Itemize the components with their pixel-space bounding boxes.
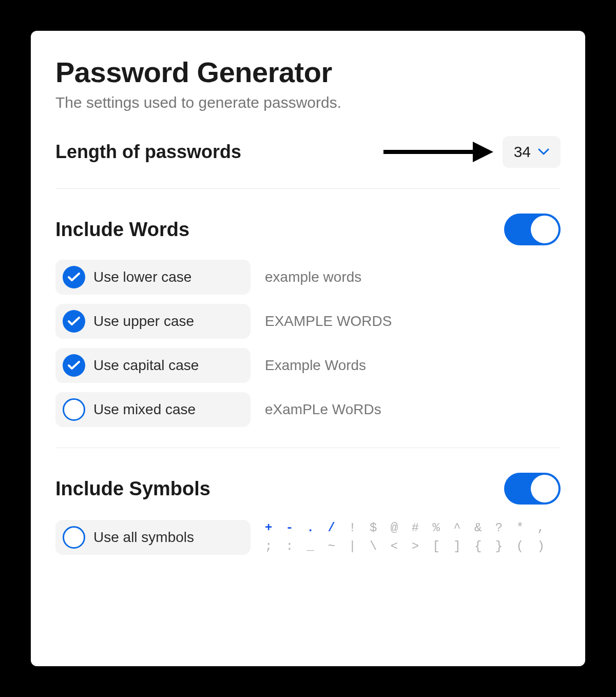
example-mixed: eXamPLe WoRDs <box>265 401 381 418</box>
option-label-upper: Use upper case <box>93 313 194 330</box>
check-icon <box>68 317 80 326</box>
option-lower-case: Use lower case example words <box>55 260 561 295</box>
svg-marker-1 <box>473 142 493 162</box>
check-icon <box>68 361 80 370</box>
option-pill-upper[interactable]: Use upper case <box>55 304 251 339</box>
symbols-preview: + - . / ! $ @ # % ^ & ? * , ; : _ ~ | \ … <box>265 519 548 556</box>
symbols-rest1: ! $ @ # % ^ & ? * , <box>338 521 548 535</box>
option-pill-symbols[interactable]: Use all symbols <box>55 520 251 555</box>
example-upper: EXAMPLE WORDS <box>265 313 392 330</box>
chevron-down-icon <box>538 148 549 156</box>
checkbox-upper[interactable] <box>63 310 85 333</box>
words-header: Include Words <box>55 214 561 245</box>
option-label-mixed: Use mixed case <box>93 401 196 418</box>
option-pill-mixed[interactable]: Use mixed case <box>55 392 251 427</box>
length-controls: 34 <box>381 136 561 168</box>
checkbox-lower[interactable] <box>63 266 85 288</box>
option-label-capital: Use capital case <box>93 357 199 374</box>
symbols-highlighted: + - . / <box>265 521 338 535</box>
check-icon <box>68 273 80 282</box>
length-value: 34 <box>514 143 531 161</box>
option-label-symbols: Use all symbols <box>93 529 194 546</box>
toggle-knob <box>531 475 559 502</box>
example-capital: Example Words <box>265 357 366 374</box>
example-lower: example words <box>265 269 361 285</box>
checkbox-capital[interactable] <box>63 354 85 377</box>
checkbox-symbols[interactable] <box>63 526 85 549</box>
settings-panel: Password Generator The settings used to … <box>31 31 585 666</box>
option-mixed-case: Use mixed case eXamPLe WoRDs <box>55 392 561 427</box>
option-pill-lower[interactable]: Use lower case <box>55 260 251 295</box>
option-label-lower: Use lower case <box>93 269 191 285</box>
length-select[interactable]: 34 <box>503 136 561 168</box>
divider <box>55 188 561 189</box>
option-all-symbols: Use all symbols + - . / ! $ @ # % ^ & ? … <box>55 519 561 556</box>
length-label: Length of passwords <box>55 141 241 163</box>
arrow-right-icon <box>381 140 494 164</box>
page-subtitle: The settings used to generate passwords. <box>55 94 561 111</box>
length-row: Length of passwords 34 <box>55 136 561 168</box>
option-capital-case: Use capital case Example Words <box>55 348 561 383</box>
symbols-toggle[interactable] <box>504 473 561 505</box>
option-pill-capital[interactable]: Use capital case <box>55 348 251 383</box>
toggle-knob <box>531 216 559 243</box>
symbols-title: Include Symbols <box>55 478 210 500</box>
page-title: Password Generator <box>55 55 561 89</box>
divider <box>55 448 561 448</box>
symbols-rest2: ; : _ ~ | \ < > [ ] { } ( ) <box>265 539 548 553</box>
symbols-header: Include Symbols <box>55 473 561 505</box>
words-toggle[interactable] <box>504 214 561 245</box>
words-title: Include Words <box>55 219 189 241</box>
option-upper-case: Use upper case EXAMPLE WORDS <box>55 304 561 339</box>
checkbox-mixed[interactable] <box>63 398 85 421</box>
